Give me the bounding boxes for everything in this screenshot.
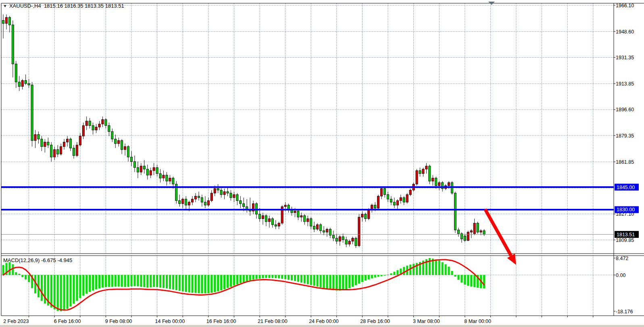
candle-body (195, 196, 197, 199)
price-tick-label[interactable]: 1896.60 (616, 107, 634, 112)
time-tick-label[interactable]: 2 Feb 2023 (3, 319, 29, 324)
price-tick-label[interactable]: 1913.85 (616, 81, 634, 87)
candle-body (275, 225, 277, 226)
macd-histogram-bar (201, 275, 203, 294)
price-tick-label[interactable]: 1861.85 (616, 159, 634, 165)
macd-histogram-bar (63, 275, 65, 310)
candle-body (31, 85, 33, 141)
chart-canvas[interactable]: 1966.101948.601931.351913.851896.601879.… (0, 0, 644, 327)
macd-histogram-bar (461, 275, 463, 283)
macd-histogram-bar (288, 275, 290, 280)
candle-body (25, 81, 27, 83)
macd-histogram-bar (384, 275, 386, 275)
macd-histogram-bar (342, 275, 344, 290)
candle-body (204, 202, 206, 205)
candle-body (185, 199, 187, 205)
candle-body (339, 237, 341, 241)
candle-body (300, 216, 302, 217)
candle-body (85, 121, 88, 125)
macd-histogram-bar (467, 275, 469, 286)
time-tick-label[interactable]: 14 Feb 00:00 (155, 319, 185, 324)
candle-body (201, 198, 203, 202)
candle-body (368, 210, 370, 219)
macd-histogram-bar (317, 275, 319, 287)
time-tick-label[interactable]: 21 Feb 08:00 (258, 319, 288, 324)
candle-body (374, 205, 376, 208)
macd-histogram-bar (121, 275, 123, 287)
macd-histogram-bar (355, 275, 357, 285)
time-tick-label[interactable]: 28 Feb 16:00 (360, 319, 390, 324)
time-tick-label[interactable]: 16 Feb 16:00 (206, 319, 236, 324)
time-tick-label[interactable]: 3 Mar 08:00 (413, 319, 440, 324)
candle-body (12, 25, 14, 64)
candle-body (480, 231, 482, 232)
time-tick-label[interactable]: 8 Mar 00:00 (464, 319, 491, 324)
price-tick-label[interactable]: 1966.10 (616, 3, 634, 8)
candle-body (419, 171, 421, 173)
macd-histogram-bar (294, 275, 296, 281)
macd-histogram-bar (275, 275, 277, 278)
time-tick-label[interactable]: 24 Feb 00:00 (309, 319, 339, 324)
price-tick-label[interactable]: 1948.60 (616, 29, 634, 35)
candle-body (416, 171, 418, 184)
macd-histogram-bar (271, 275, 273, 278)
candle-body (214, 189, 216, 193)
candle-body (448, 183, 450, 185)
price-tick-label[interactable]: 1809.85 (616, 237, 634, 243)
price-tick-label[interactable]: 1931.35 (616, 55, 634, 60)
candle-body (54, 150, 56, 157)
macd-histogram-bar (371, 275, 373, 278)
macd-histogram-bar (79, 275, 81, 298)
candle-body (464, 236, 466, 240)
time-tick-label[interactable]: 6 Feb 16:00 (54, 319, 81, 324)
macd-histogram-bar (262, 275, 264, 278)
macd-histogram-bar (115, 275, 117, 287)
macd-histogram-bar (188, 275, 190, 292)
macd-histogram-bar (207, 275, 209, 293)
macd-histogram-bar (21, 275, 23, 277)
candle-body (121, 141, 123, 150)
macd-histogram-bar (252, 275, 254, 279)
macd-histogram-bar (381, 275, 383, 276)
macd-axis-label[interactable]: 0.00 (616, 273, 625, 278)
macd-histogram-bar (95, 275, 97, 290)
macd-axis-label[interactable]: 8.472 (616, 256, 628, 261)
candle-body (217, 189, 219, 190)
macd-histogram-bar (127, 275, 129, 287)
candle-body (89, 121, 91, 125)
symbol-dropdown-icon[interactable]: ▼ (3, 4, 7, 8)
candle-body (18, 82, 20, 86)
candle-body (432, 178, 434, 181)
macd-histogram-bar (223, 275, 225, 289)
candle-body (223, 192, 225, 194)
candle-body (69, 139, 71, 148)
candle-body (310, 219, 312, 226)
macd-histogram-bar (442, 262, 444, 275)
macd-histogram-bar (12, 264, 14, 275)
macd-histogram-bar (454, 275, 456, 277)
price-tick-label[interactable]: 1879.35 (616, 133, 634, 139)
macd-histogram-bar (73, 275, 75, 304)
candle-body (102, 119, 104, 124)
macd-histogram-bar (57, 275, 59, 311)
macd-histogram-bar (195, 275, 197, 293)
time-tick-label[interactable]: 9 Feb 08:00 (105, 319, 132, 324)
macd-histogram-bar (445, 264, 447, 275)
macd-histogram-bar (390, 273, 392, 275)
candle-body (243, 204, 245, 206)
candle-body (307, 219, 309, 221)
candle-body (361, 214, 363, 217)
candle-body (192, 199, 194, 202)
macd-histogram-bar (236, 275, 238, 284)
candle-body (422, 169, 424, 173)
macd-histogram-bar (131, 275, 133, 286)
macd-histogram-bar (172, 275, 174, 290)
macd-histogram-bar (259, 275, 261, 279)
macd-histogram-bar (249, 275, 251, 280)
macd-histogram-bar (82, 275, 84, 296)
macd-histogram-bar (329, 275, 331, 290)
macd-histogram-bar (297, 275, 299, 282)
macd-axis-label[interactable]: -18.176 (616, 309, 633, 315)
candle-body (355, 238, 357, 246)
candle-body (34, 135, 36, 141)
